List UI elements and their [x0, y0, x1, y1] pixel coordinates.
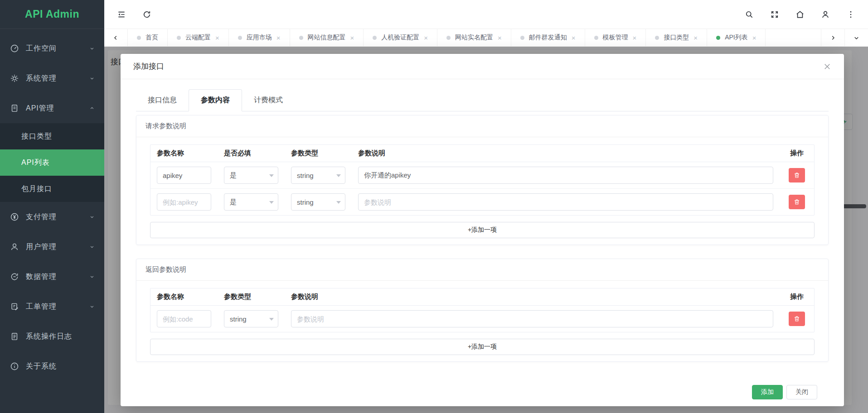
- add-request-param-button[interactable]: +添加一项: [150, 222, 815, 238]
- sidebar-item-label: 数据管理: [26, 272, 89, 282]
- tab-app-market[interactable]: 应用市场×: [229, 29, 290, 46]
- sidebar-item-api[interactable]: API管理: [0, 93, 104, 123]
- tabs-menu-button[interactable]: [844, 29, 868, 46]
- trash-icon: [794, 199, 800, 205]
- user-avatar-icon[interactable]: [821, 10, 830, 19]
- tabs-scroll-right-button[interactable]: [821, 29, 844, 46]
- tab-dot: [594, 36, 598, 40]
- search-icon[interactable]: [745, 10, 754, 19]
- submit-add-button[interactable]: 添加: [752, 385, 783, 399]
- tab-interface-type[interactable]: 接口类型×: [646, 29, 707, 46]
- tab-label: 网站信息配置: [308, 34, 346, 42]
- tab-close-icon[interactable]: ×: [215, 34, 219, 41]
- add-interface-dialog: 添加接口 接口信息 参数内容 计费模式 请求参数说明 参数名称 是否必填 参数类…: [121, 54, 844, 406]
- sidebar-item-data[interactable]: 数据管理: [0, 262, 104, 292]
- sidebar-item-about[interactable]: 关于系统: [0, 351, 104, 381]
- tab-dot: [238, 36, 242, 40]
- param-type-select[interactable]: string: [291, 193, 345, 211]
- chevron-down-icon: [89, 45, 95, 52]
- select-value: string: [297, 172, 314, 179]
- param-type-select[interactable]: string: [224, 310, 278, 327]
- tabs-scroll-left-button[interactable]: [104, 29, 128, 46]
- tab-home[interactable]: 首页: [128, 29, 168, 46]
- more-menu-icon[interactable]: [846, 10, 855, 19]
- sidebar-item-monthly-interface[interactable]: 包月接口: [0, 176, 104, 202]
- caret-down-icon: [269, 201, 274, 204]
- sidebar-item-users[interactable]: 用户管理: [0, 232, 104, 262]
- tab-label: 网站实名配置: [455, 34, 493, 42]
- caret-down-icon: [269, 174, 274, 177]
- sidebar-item-api-list[interactable]: API列表: [0, 149, 104, 176]
- param-required-select[interactable]: 是: [224, 193, 278, 211]
- tab-captcha-config[interactable]: 人机验证配置×: [364, 29, 437, 46]
- close-icon[interactable]: [823, 62, 831, 71]
- sidebar-item-label: API管理: [26, 104, 89, 113]
- tab-label: 接口类型: [664, 34, 689, 42]
- close-dialog-button[interactable]: 关闭: [786, 385, 817, 399]
- chevron-down-icon: [89, 214, 95, 220]
- chevron-down-icon: [853, 34, 860, 41]
- tab-close-icon[interactable]: ×: [752, 34, 756, 41]
- tab-close-icon[interactable]: ×: [276, 34, 281, 41]
- sidebar-item-workorder[interactable]: 工单管理: [0, 292, 104, 322]
- refresh-icon[interactable]: [142, 10, 151, 19]
- tab-site-info[interactable]: 网站信息配置×: [290, 29, 364, 46]
- chevron-left-icon: [112, 34, 119, 41]
- tab-close-icon[interactable]: ×: [424, 34, 428, 41]
- sidebar-item-label: 工作空间: [26, 44, 89, 53]
- collapse-sidebar-icon[interactable]: [117, 10, 126, 19]
- delete-row-button[interactable]: [789, 168, 805, 182]
- tab-billing-mode[interactable]: 计费模式: [242, 89, 295, 111]
- tab-close-icon[interactable]: ×: [350, 34, 354, 41]
- sidebar-item-label: 接口类型: [21, 132, 52, 141]
- section-body: 参数名称 参数类型 参数说明 操作 string: [136, 281, 828, 361]
- tab-dot: [137, 36, 141, 40]
- chevron-down-icon: [89, 274, 95, 280]
- tab-close-icon[interactable]: ×: [693, 34, 698, 41]
- select-value: string: [230, 315, 247, 323]
- sidebar-item-payment[interactable]: 支付管理: [0, 202, 104, 232]
- add-response-param-button[interactable]: +添加一项: [150, 339, 815, 355]
- param-desc-input[interactable]: [291, 310, 773, 327]
- sidebar-item-system[interactable]: 系统管理: [0, 63, 104, 93]
- column-header: 操作: [790, 149, 804, 158]
- sidebar-item-interface-type[interactable]: 接口类型: [0, 123, 104, 149]
- column-header: 参数说明: [291, 293, 773, 301]
- home-icon[interactable]: [795, 10, 805, 19]
- fullscreen-icon[interactable]: [770, 10, 779, 19]
- sidebar-item-workspace[interactable]: 工作空间: [0, 34, 104, 63]
- chevron-down-icon: [89, 244, 95, 250]
- tab-bar: 首页 云端配置× 应用市场× 网站信息配置× 人机验证配置× 网站实名配置× 邮…: [104, 29, 868, 47]
- tab-parameter-content[interactable]: 参数内容: [189, 89, 242, 111]
- app-logo: API Admin: [0, 0, 104, 29]
- param-name-input[interactable]: [157, 167, 211, 184]
- user-icon: [10, 242, 19, 251]
- tab-label: 接口信息: [148, 96, 177, 105]
- param-desc-input[interactable]: [358, 167, 773, 184]
- param-type-select[interactable]: string: [291, 167, 345, 184]
- document-icon: [10, 104, 19, 113]
- caret-down-icon: [336, 201, 341, 204]
- delete-row-button[interactable]: [789, 312, 805, 326]
- dialog-body: 接口信息 参数内容 计费模式 请求参数说明 参数名称 是否必填 参数类型 参数说…: [121, 79, 844, 406]
- sidebar-item-label: 系统操作日志: [26, 332, 95, 341]
- tab-close-icon[interactable]: ×: [498, 34, 502, 41]
- param-required-select[interactable]: 是: [224, 167, 278, 184]
- column-header: 参数名称: [157, 293, 211, 301]
- tab-cloud-config[interactable]: 云端配置×: [168, 29, 229, 46]
- tab-label: 人机验证配置: [381, 34, 419, 42]
- tab-dot: [520, 36, 524, 40]
- tab-close-icon[interactable]: ×: [633, 34, 637, 41]
- tab-dot: [177, 36, 181, 40]
- param-desc-input[interactable]: [358, 193, 773, 211]
- tab-interface-info[interactable]: 接口信息: [136, 89, 189, 111]
- param-name-input[interactable]: [157, 193, 211, 211]
- tab-close-icon[interactable]: ×: [572, 34, 576, 41]
- tab-api-list[interactable]: API列表×: [707, 29, 766, 46]
- sidebar-item-system-log[interactable]: 系统操作日志: [0, 322, 104, 351]
- delete-row-button[interactable]: [789, 195, 805, 209]
- tab-realname-config[interactable]: 网站实名配置×: [437, 29, 511, 46]
- tab-mail-notify[interactable]: 邮件群发通知×: [511, 29, 585, 46]
- param-name-input[interactable]: [157, 310, 211, 327]
- tab-template-mgmt[interactable]: 模板管理×: [585, 29, 646, 46]
